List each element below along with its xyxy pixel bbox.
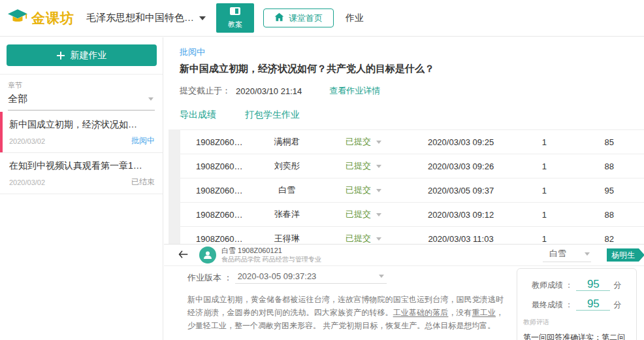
back-button[interactable] (177, 248, 189, 262)
assignment-list-item[interactable]: 在知到中视频认真观看第一章1… 2020/03/02 已结束 (0, 153, 163, 194)
student-info: 白雪 1908Z060121 食品药品学院 药品经营与管理专业 (221, 246, 321, 264)
final-score-input[interactable]: 95 (576, 298, 610, 311)
teacher-score-label: 教师成绩 ： (532, 280, 573, 291)
assignment-list-item[interactable]: 新中国成立初期，经济状况如… 2020/03/02 批阅中 (0, 112, 163, 153)
chevron-down-icon (376, 165, 381, 168)
assignment-status-badge: 批阅中 (180, 46, 644, 58)
submission-status-label: 已提交 (346, 233, 371, 244)
classroom-home-label: 课堂首页 (289, 12, 323, 24)
assignment-item-date: 2020/03/02 (9, 137, 45, 145)
submission-time-cell: 2020/03/03 09:12 (408, 210, 514, 220)
score-cell: 85 (574, 137, 644, 147)
submission-status-label: 已提交 (346, 209, 371, 220)
student-name-cell: 王得琳 (255, 233, 319, 244)
chevron-down-icon (376, 189, 381, 192)
score-cell: 88 (574, 210, 644, 220)
score-cell: 95 (574, 186, 644, 196)
grading-card: 教师成绩 ： 95 分 最终成绩 ： 95 分 教师评语 第一问回答准确详实；第… (517, 268, 637, 340)
final-score-label: 最终成绩 ： (532, 299, 573, 311)
student-answer-text: 新中国成立初期，黄金储备都被运往台湾，连故宫博物院的国宝也运到台湾，国民党溃逃时… (187, 294, 504, 332)
submission-time-cell: 2020/03/05 09:37 (408, 186, 514, 196)
view-assignment-detail-link[interactable]: 查看作业详情 (329, 85, 380, 97)
submission-status-dropdown[interactable]: 已提交 (319, 233, 408, 244)
classroom-home-button[interactable]: 课堂首页 (263, 8, 334, 27)
teacher-score-row: 教师成绩 ： 95 分 (532, 279, 630, 291)
chevron-down-icon (376, 141, 381, 144)
tab-teaching-plan[interactable]: 教案 (216, 3, 254, 33)
document-icon (229, 7, 241, 18)
assignment-item-title: 新中国成立初期，经济状况如… (9, 119, 155, 131)
assignment-item-meta: 2020/03/02 批阅中 (9, 135, 155, 146)
logo-text: 金课坊 (31, 9, 74, 27)
actions-row: 导出成绩 打包学生作业 (180, 109, 644, 121)
submission-status-dropdown[interactable]: 已提交 (319, 160, 408, 172)
answer-underlined-segment: 工业基础的落后 (393, 308, 449, 317)
student-college: 食品药品学院 药品经营与管理专业 (221, 256, 321, 264)
submission-count-cell: 1 (514, 162, 574, 171)
score-unit: 分 (613, 299, 621, 311)
assignment-main-panel: 批阅中 新中国成立初期，经济状况如何？共产党人的目标是什么？ 提交截止于： 20… (164, 37, 644, 244)
course-select[interactable]: 毛泽东思想和中国特色… (86, 12, 206, 24)
export-scores-link[interactable]: 导出成绩 (180, 109, 216, 121)
submission-row[interactable]: 1908Z060… 王得琳 已提交 2020/03/03 11:03 1 82 (180, 227, 644, 244)
assignment-item-date: 2020/03/02 (9, 178, 45, 186)
assignment-item-status: 批阅中 (131, 135, 155, 146)
score-cell: 88 (574, 162, 644, 171)
chevron-down-icon (376, 213, 381, 216)
table-scrollbar-track[interactable] (169, 129, 180, 244)
teacher-comment-label: 教师评语 (523, 318, 630, 327)
submission-row[interactable]: 1908Z060… 白雪 已提交 2020/03/05 09:37 1 95 (180, 178, 644, 203)
student-name-cell: 白雪 (255, 184, 319, 196)
student-select[interactable]: 白雪 (543, 248, 591, 262)
chapter-label: 章节 (8, 80, 155, 90)
chapter-select-value: 全部 (8, 93, 27, 105)
package-homework-link[interactable]: 打包学生作业 (245, 109, 300, 121)
student-name-cell: 刘奕彤 (255, 160, 319, 172)
chevron-down-icon (379, 275, 384, 278)
chevron-down-icon (376, 237, 381, 241)
score-cell: 82 (574, 234, 644, 244)
chevron-down-icon (148, 97, 153, 101)
answer-column: 作业版本 ： 2020-03-05 09:37:23 新中国成立初期，黄金储备都… (164, 266, 517, 340)
table-rows: 1908Z060… 满桐君 已提交 2020/03/03 09:25 1 85 … (180, 129, 644, 244)
version-row: 作业版本 ： 2020-03-05 09:37:23 (187, 271, 504, 284)
deadline-label: 提交截止于： (180, 85, 231, 97)
tab-teaching-plan-label: 教案 (228, 20, 242, 29)
assignment-title: 新中国成立初期，经济状况如何？共产党人的目标是什么？ (180, 63, 644, 75)
submission-status-dropdown[interactable]: 已提交 (319, 136, 408, 148)
answer-segment: ，没有 (448, 308, 472, 317)
submission-time-cell: 2020/03/03 09:25 (408, 137, 514, 147)
chapter-select[interactable]: 全部 (8, 90, 155, 110)
version-select-value: 2020-03-05 09:37:23 (238, 271, 317, 281)
new-assignment-button[interactable]: 新建作业 (7, 44, 157, 66)
submission-row[interactable]: 1908Z060… 刘奕彤 已提交 2020/03/03 09:26 1 88 (180, 154, 644, 178)
course-title: 毛泽东思想和中国特色… (86, 12, 194, 24)
submission-row[interactable]: 1908Z060… 张春洋 已提交 2020/03/03 09:12 1 88 (180, 203, 644, 227)
student-avatar (199, 246, 216, 264)
teacher-score-input[interactable]: 95 (576, 279, 610, 291)
student-name-cell: 张春洋 (255, 209, 319, 220)
student-id-cell: 1908Z060… (180, 234, 255, 244)
logo[interactable]: 金课坊 (8, 9, 74, 27)
chevron-down-icon (585, 252, 590, 256)
final-score-row: 最终成绩 ： 95 分 (532, 298, 630, 311)
submission-row[interactable]: 1908Z060… 满桐君 已提交 2020/03/03 09:25 1 85 (180, 130, 644, 154)
student-select-value: 白雪 (549, 248, 566, 260)
student-submissions-table: 1908Z060… 满桐君 已提交 2020/03/03 09:25 1 85 … (164, 129, 644, 244)
graduation-cap-icon (8, 9, 27, 27)
chevron-down-icon (199, 16, 206, 20)
plus-icon (57, 52, 65, 60)
submission-count-cell: 1 (514, 186, 574, 196)
version-select[interactable]: 2020-03-05 09:37:23 (235, 271, 387, 284)
submission-status-dropdown[interactable]: 已提交 (319, 184, 408, 196)
student-id-cell: 1908Z060… (180, 162, 255, 171)
student-id-cell: 1908Z060… (180, 137, 255, 147)
teacher-ribbon-button[interactable]: 杨明生 (607, 248, 644, 262)
submission-status-dropdown[interactable]: 已提交 (319, 209, 408, 220)
submission-time-cell: 2020/03/03 09:26 (408, 162, 514, 171)
deadline-value: 2020/03/10 21:14 (236, 86, 302, 96)
submission-time-cell: 2020/03/03 11:03 (408, 234, 514, 244)
student-detail-body: 作业版本 ： 2020-03-05 09:37:23 新中国成立初期，黄金储备都… (164, 266, 644, 340)
submission-status-label: 已提交 (346, 136, 371, 148)
nav-homework[interactable]: 作业 (346, 12, 364, 24)
